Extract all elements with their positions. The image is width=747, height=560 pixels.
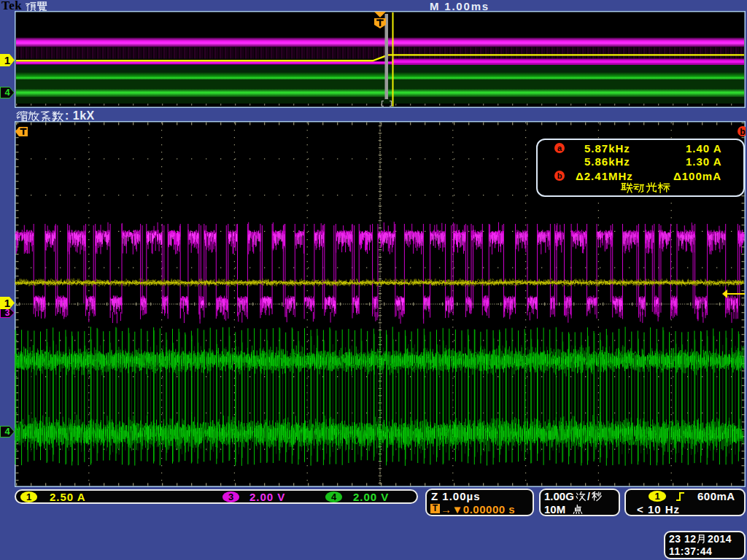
svg-text:b: b [740,127,745,137]
svg-text:/: / [587,491,590,502]
